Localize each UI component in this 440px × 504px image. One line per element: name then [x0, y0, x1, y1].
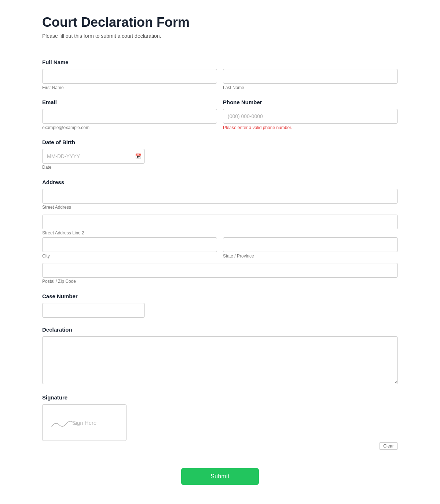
phone-col: Phone Number Please enter a valid phone … — [223, 99, 398, 130]
postal-input[interactable] — [42, 263, 398, 278]
city-hint: City — [42, 253, 217, 259]
dob-input[interactable] — [42, 149, 145, 164]
clear-btn-wrapper: Clear — [314, 442, 398, 450]
page-subtitle: Please fill out this form to submit a co… — [42, 33, 398, 39]
clear-signature-button[interactable]: Clear — [379, 442, 398, 450]
page-title: Court Declaration Form — [42, 15, 398, 30]
phone-label: Phone Number — [223, 99, 398, 105]
email-label: Email — [42, 99, 217, 105]
declaration-textarea[interactable] — [42, 336, 398, 384]
street2-hint: Street Address Line 2 — [42, 230, 84, 235]
court-declaration-form: Full Name First Name Last Name Email exa… — [42, 59, 398, 485]
street1-input[interactable] — [42, 189, 398, 204]
full-name-label: Full Name — [42, 59, 398, 65]
email-col: Email example@example.com — [42, 99, 217, 130]
first-name-hint: First Name — [42, 85, 217, 90]
phone-error: Please enter a valid phone number. — [223, 125, 398, 130]
address-section: Address Street Address Street Address Li… — [42, 179, 398, 284]
case-number-input[interactable] — [42, 303, 145, 318]
state-hint: State / Province — [223, 253, 398, 259]
full-name-row: First Name Last Name — [42, 69, 398, 90]
state-input[interactable] — [223, 237, 398, 252]
first-name-col: First Name — [42, 69, 217, 90]
page-header: Court Declaration Form Please fill out t… — [42, 15, 398, 48]
signature-canvas[interactable]: Sign Here — [42, 404, 126, 441]
case-number-label: Case Number — [42, 293, 398, 299]
city-col: City — [42, 237, 217, 259]
city-input[interactable] — [42, 237, 217, 252]
email-phone-row: Email example@example.com Phone Number P… — [42, 99, 398, 130]
signature-label: Signature — [42, 394, 398, 401]
email-hint: example@example.com — [42, 125, 217, 130]
signature-section: Signature Sign Here Clear — [42, 394, 398, 450]
declaration-label: Declaration — [42, 326, 398, 333]
dob-section: Date of Birth 📅 Date — [42, 139, 398, 170]
email-phone-section: Email example@example.com Phone Number P… — [42, 99, 398, 130]
last-name-input[interactable] — [223, 69, 398, 84]
full-name-section: Full Name First Name Last Name — [42, 59, 398, 90]
dob-hint: Date — [42, 165, 51, 170]
postal-hint: Postal / Zip Code — [42, 279, 76, 284]
last-name-hint: Last Name — [223, 85, 398, 90]
city-state-row: City State / Province — [42, 237, 398, 259]
dob-label: Date of Birth — [42, 139, 398, 145]
address-label: Address — [42, 179, 398, 185]
street1-hint: Street Address — [42, 205, 71, 210]
case-number-section: Case Number — [42, 293, 398, 318]
street2-input[interactable] — [42, 215, 398, 229]
street2-field: Street Address Line 2 — [42, 215, 398, 236]
postal-field: Postal / Zip Code — [42, 263, 398, 284]
submit-button[interactable]: Submit — [181, 468, 259, 485]
last-name-col: Last Name — [223, 69, 398, 90]
first-name-input[interactable] — [42, 69, 217, 84]
street1-field: Street Address — [42, 189, 398, 210]
signature-scribble — [50, 419, 79, 430]
declaration-section: Declaration — [42, 326, 398, 386]
email-input[interactable] — [42, 109, 217, 124]
dob-input-wrapper: 📅 — [42, 149, 145, 164]
submit-row: Submit — [42, 468, 398, 485]
phone-input[interactable] — [223, 109, 398, 124]
state-col: State / Province — [223, 237, 398, 259]
